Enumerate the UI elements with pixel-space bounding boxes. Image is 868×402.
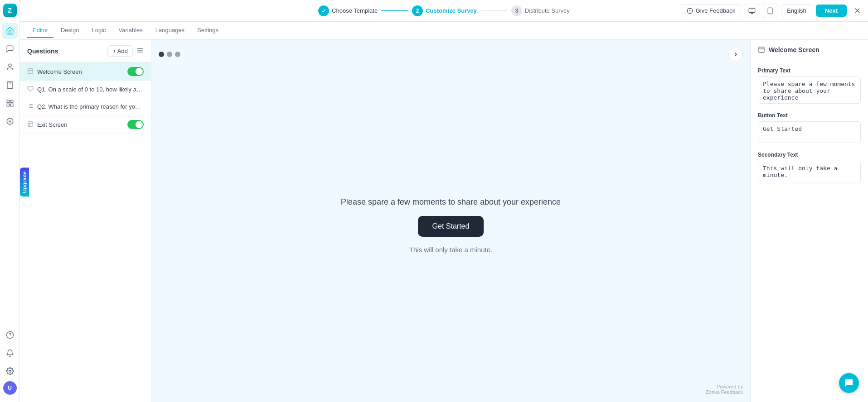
step-connector-1 bbox=[381, 10, 408, 11]
right-panel-header: Welcome Screen bbox=[751, 40, 868, 60]
questions-title: Questions bbox=[27, 48, 58, 55]
step2-label: Customize Survey bbox=[426, 7, 477, 14]
secondary-text-input[interactable]: This will only take a minute. bbox=[758, 161, 861, 183]
exit-screen-toggle[interactable] bbox=[127, 120, 144, 129]
step3-label: Distribute Survey bbox=[525, 7, 570, 14]
step-choose-template: Choose Template bbox=[318, 5, 378, 16]
tab-editor[interactable]: Editor bbox=[27, 23, 53, 38]
close-button[interactable]: ✕ bbox=[854, 6, 861, 16]
top-nav: Choose Template 2 Customize Survey 3 Dis… bbox=[20, 0, 868, 22]
step-connector-2 bbox=[480, 10, 508, 11]
step2-circle: 2 bbox=[412, 5, 423, 16]
preview-next-arrow[interactable] bbox=[728, 47, 743, 62]
step1-label: Choose Template bbox=[332, 7, 378, 14]
nav-settings-button[interactable] bbox=[2, 363, 18, 379]
dot-2 bbox=[167, 52, 172, 57]
preview-desktop-button[interactable] bbox=[745, 4, 759, 18]
step-customize-survey: 2 Customize Survey bbox=[412, 5, 477, 16]
question-item-welcome[interactable]: Welcome Screen bbox=[20, 62, 151, 81]
question-item-exit[interactable]: Exit Screen bbox=[20, 115, 151, 134]
preview-dots bbox=[159, 52, 180, 57]
content-area: Questions + Add Welcome Screen bbox=[20, 40, 868, 402]
svg-rect-15 bbox=[749, 8, 755, 12]
main-content: Choose Template 2 Customize Survey 3 Dis… bbox=[20, 0, 868, 402]
give-feedback-label: Give Feedback bbox=[696, 7, 735, 14]
nav-bell-button[interactable] bbox=[2, 345, 18, 361]
welcome-screen-panel-icon bbox=[758, 46, 765, 53]
tab-languages[interactable]: Languages bbox=[150, 23, 190, 38]
top-nav-right: Give Feedback English Next ✕ bbox=[681, 4, 861, 18]
nav-home-button[interactable] bbox=[2, 23, 18, 39]
welcome-screen-label: Welcome Screen bbox=[37, 68, 124, 75]
svg-rect-31 bbox=[759, 47, 764, 53]
welcome-screen-icon bbox=[27, 68, 34, 76]
q2-text: Q2. What is the primary reason for your … bbox=[37, 103, 144, 110]
welcome-screen-toggle[interactable] bbox=[127, 67, 144, 76]
q1-text: Q1. On a scale of 0 to 10, how likely ar… bbox=[37, 86, 144, 93]
primary-text-input[interactable]: Please spare a few moments to share abou… bbox=[758, 77, 861, 104]
button-text-label: Button Text bbox=[758, 112, 861, 119]
right-panel-title: Welcome Screen bbox=[769, 46, 820, 53]
nav-users-button[interactable] bbox=[2, 59, 18, 75]
q1-icon bbox=[27, 86, 34, 93]
right-panel: Welcome Screen Primary Text Please spare… bbox=[750, 40, 868, 402]
svg-point-11 bbox=[9, 370, 11, 373]
editor-tabs: Editor Design Logic Variables Languages … bbox=[20, 22, 868, 40]
preview-secondary-text: This will only take a minute. bbox=[409, 246, 492, 254]
exit-screen-label: Exit Screen bbox=[37, 121, 124, 128]
step1-circle bbox=[318, 5, 329, 16]
svg-rect-4 bbox=[7, 104, 9, 106]
primary-text-label: Primary Text bbox=[758, 67, 861, 74]
svg-point-0 bbox=[9, 64, 11, 67]
right-panel-body: Primary Text Please spare a few moments … bbox=[751, 60, 868, 192]
button-text-field: Button Text Get Started bbox=[758, 112, 861, 144]
tab-logic[interactable]: Logic bbox=[86, 23, 111, 38]
svg-rect-1 bbox=[9, 82, 11, 83]
user-avatar[interactable]: U bbox=[3, 381, 17, 395]
zonka-feedback-text: Zonka Feedback bbox=[706, 389, 743, 395]
secondary-text-field: Secondary Text This will only take a min… bbox=[758, 152, 861, 185]
nav-plus-button[interactable] bbox=[2, 113, 18, 129]
svg-rect-3 bbox=[10, 100, 13, 102]
questions-header: Questions + Add bbox=[20, 40, 151, 62]
nav-clipboard-button[interactable] bbox=[2, 77, 18, 93]
nav-chat-button[interactable] bbox=[2, 41, 18, 57]
left-sidebar: Z U bbox=[0, 0, 20, 402]
nav-grid-button[interactable] bbox=[2, 95, 18, 111]
secondary-text-label: Secondary Text bbox=[758, 152, 861, 158]
preview-footer: Powered by Zonka Feedback bbox=[159, 384, 743, 395]
get-started-button[interactable]: Get Started bbox=[418, 216, 484, 237]
add-question-button[interactable]: + Add bbox=[107, 45, 133, 57]
button-text-input[interactable]: Get Started bbox=[758, 121, 861, 143]
next-button[interactable]: Next bbox=[816, 5, 847, 17]
preview-area: Please spare a few moments to share abou… bbox=[151, 40, 750, 402]
svg-rect-23 bbox=[28, 68, 33, 73]
steps-container: Choose Template 2 Customize Survey 3 Dis… bbox=[318, 5, 570, 16]
primary-text-field: Primary Text Please spare a few moments … bbox=[758, 67, 861, 105]
app-logo[interactable]: Z bbox=[3, 4, 17, 17]
dot-1 bbox=[159, 52, 164, 57]
questions-panel: Questions + Add Welcome Screen bbox=[20, 40, 151, 402]
tab-settings[interactable]: Settings bbox=[192, 23, 224, 38]
upgrade-badge[interactable]: Upgrade bbox=[20, 168, 29, 196]
powered-by-text: Powered by bbox=[717, 384, 743, 389]
preview-content: Please spare a few moments to share abou… bbox=[159, 67, 743, 384]
q2-icon bbox=[27, 103, 34, 110]
chat-bubble-button[interactable] bbox=[839, 373, 859, 393]
step3-circle: 3 bbox=[511, 5, 522, 16]
give-feedback-button[interactable]: Give Feedback bbox=[681, 4, 741, 17]
preview-topbar bbox=[159, 47, 743, 62]
tab-variables[interactable]: Variables bbox=[113, 23, 148, 38]
svg-rect-5 bbox=[10, 104, 13, 106]
tab-design[interactable]: Design bbox=[55, 23, 84, 38]
reorder-button[interactable] bbox=[136, 47, 144, 55]
exit-screen-icon bbox=[27, 121, 34, 129]
question-item-q1[interactable]: Q1. On a scale of 0 to 10, how likely ar… bbox=[20, 81, 151, 98]
preview-mobile-button[interactable] bbox=[763, 4, 777, 18]
language-button[interactable]: English bbox=[781, 4, 812, 17]
svg-rect-2 bbox=[7, 100, 9, 102]
preview-main-text: Please spare a few moments to share abou… bbox=[341, 197, 561, 207]
svg-rect-18 bbox=[768, 8, 772, 14]
nav-help-button[interactable] bbox=[2, 327, 18, 343]
question-item-q2[interactable]: Q2. What is the primary reason for your … bbox=[20, 98, 151, 115]
